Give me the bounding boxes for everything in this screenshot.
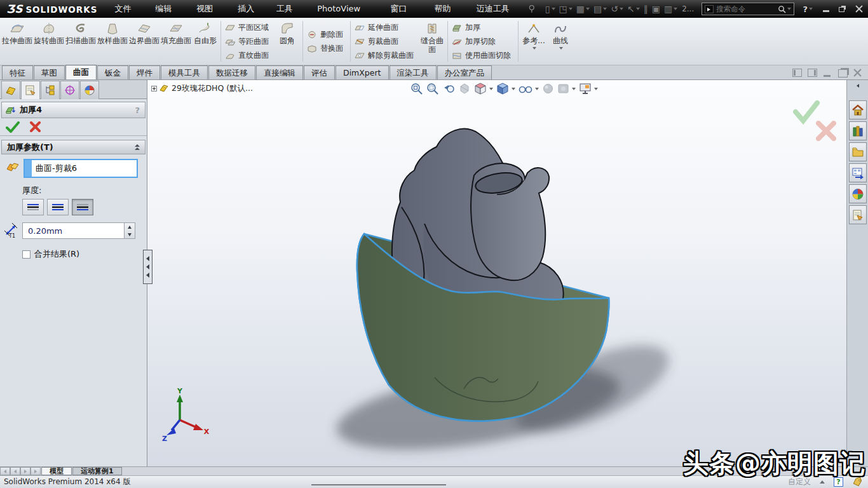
dimxpert-manager-tab[interactable]	[60, 81, 79, 99]
print-button[interactable]: ▤	[592, 4, 609, 14]
view-orientation-button[interactable]	[474, 83, 493, 95]
tab-direct-editing[interactable]: 直接编辑	[256, 65, 303, 79]
appearances-scenes-button[interactable]	[849, 184, 867, 203]
menu-maidi-tools[interactable]: 迈迪工具集	[470, 0, 524, 18]
feature-tree-root-row[interactable]: 29玫瑰花DHQ (默认...	[151, 83, 253, 94]
trim-surface-button[interactable]: 剪裁曲面	[353, 34, 419, 48]
thickness-input[interactable]	[22, 222, 124, 239]
thicken-side2-option[interactable]	[72, 199, 93, 215]
thicken-button[interactable]: 加厚	[450, 20, 516, 34]
curves-button[interactable]: 曲线	[547, 19, 574, 64]
menu-photoview360[interactable]: PhotoView 360	[310, 0, 383, 18]
configuration-manager-tab[interactable]	[41, 81, 60, 99]
spinner-down-button[interactable]	[125, 231, 135, 238]
untrim-surface-button[interactable]: 解除剪裁曲面	[353, 48, 419, 62]
thicken-side1-option[interactable]	[22, 199, 44, 215]
ok-button[interactable]	[6, 121, 20, 133]
menu-help[interactable]: 帮助(H)	[428, 0, 470, 18]
task-pane-collapse-icon[interactable]	[857, 84, 859, 88]
search-dropdown-icon[interactable]	[787, 8, 791, 10]
document-minimize-button[interactable]	[823, 69, 832, 77]
revolve-surface-button[interactable]: 旋转曲面	[33, 19, 65, 64]
pin-menu-icon[interactable]	[527, 4, 537, 14]
tab-prev-button[interactable]	[10, 467, 20, 475]
confirm-ok-button[interactable]	[796, 103, 817, 121]
extrude-surface-button[interactable]: 拉伸曲面	[1, 19, 33, 64]
custom-properties-button[interactable]	[849, 205, 867, 224]
save-button[interactable]: ▦	[574, 4, 592, 14]
zoom-fit-button[interactable]	[410, 83, 423, 95]
menu-file[interactable]: 文件(F)	[107, 0, 148, 18]
property-manager-tab[interactable]	[21, 81, 40, 99]
confirm-cancel-button[interactable]	[818, 123, 834, 139]
menu-edit[interactable]: 编辑(E)	[148, 0, 189, 18]
boundary-surface-button[interactable]: 边界曲面	[128, 19, 160, 64]
motion-study-tab[interactable]: 运动算例1	[72, 467, 122, 475]
menu-window[interactable]: 窗口(W)	[383, 0, 427, 18]
rose-model[interactable]: Y X Z	[147, 80, 846, 466]
options-button[interactable]: ▥	[662, 4, 679, 14]
undo-button[interactable]: ↺	[609, 4, 625, 14]
thicken-parameters-header[interactable]: 加厚参数(T)	[1, 140, 146, 154]
property-help-button[interactable]: ?	[135, 105, 142, 115]
graphics-viewport[interactable]: Y X Z 29玫瑰花DHQ (默认...	[147, 80, 846, 466]
previous-view-button[interactable]	[442, 83, 455, 95]
new-document-button[interactable]: ▯	[543, 4, 557, 14]
toggle-right-pane-button[interactable]	[808, 69, 817, 77]
tab-next-button[interactable]	[20, 467, 31, 475]
apply-scene-button[interactable]	[557, 83, 576, 95]
search-input[interactable]	[716, 4, 778, 13]
tab-mold-tools[interactable]: 模具工具	[161, 65, 208, 79]
filled-surface-button[interactable]: 填充曲面	[160, 19, 192, 64]
search-scope-icon[interactable]	[705, 5, 714, 13]
dropdown-caret-icon[interactable]	[489, 88, 493, 90]
help-button[interactable]: ?	[799, 4, 816, 14]
restore-button[interactable]	[837, 4, 848, 13]
tab-last-button[interactable]	[31, 467, 41, 475]
tab-features[interactable]: 特征	[2, 65, 33, 79]
menu-tools[interactable]: 工具(T)	[269, 0, 310, 18]
view-settings-button[interactable]	[579, 83, 598, 95]
menu-view[interactable]: 视图(V)	[189, 0, 231, 18]
close-button[interactable]	[854, 4, 864, 13]
solidworks-resources-button[interactable]	[849, 100, 867, 119]
tab-dimxpert[interactable]: DimXpert	[336, 65, 389, 79]
cut-with-surface-button[interactable]: 使用曲面切除	[450, 48, 516, 62]
tab-weldments[interactable]: 焊件	[129, 65, 160, 79]
toolbar-overflow-label[interactable]: 2...	[682, 4, 694, 13]
properties-button[interactable]: ▣	[650, 4, 662, 14]
thickened-cut-button[interactable]: 加厚切除	[450, 34, 516, 48]
planar-surface-button[interactable]: 平面区域	[223, 20, 274, 34]
thicken-both-sides-option[interactable]	[47, 199, 69, 215]
tab-data-migration[interactable]: 数据迁移	[208, 65, 255, 79]
selected-surface-item[interactable]: 曲面-剪裁6	[32, 160, 137, 177]
display-manager-tab[interactable]	[80, 81, 99, 99]
design-library-button[interactable]	[849, 121, 867, 140]
freeform-button[interactable]: 自由形	[192, 19, 219, 64]
tab-render-tools[interactable]: 渲染工具	[390, 65, 437, 79]
edit-appearance-button[interactable]	[542, 83, 554, 95]
document-close-button[interactable]	[853, 69, 862, 77]
tree-expand-icon[interactable]	[151, 86, 157, 92]
minimize-button[interactable]	[821, 4, 831, 13]
ruled-surface-button[interactable]: 直纹曲面	[223, 48, 274, 62]
dropdown-caret-icon[interactable]	[572, 88, 576, 90]
swept-surface-button[interactable]: 扫描曲面	[65, 19, 97, 64]
tab-sketch[interactable]: 草图	[34, 65, 65, 79]
extend-surface-button[interactable]: 延伸曲面	[353, 20, 419, 34]
display-style-button[interactable]	[496, 83, 515, 95]
view-palette-button[interactable]	[849, 163, 867, 182]
knit-surface-button[interactable]: 缝合曲面	[419, 19, 445, 64]
search-icon[interactable]	[778, 5, 786, 13]
document-restore-button[interactable]	[838, 69, 848, 78]
tab-surfaces[interactable]: 曲面	[65, 65, 97, 79]
model-tab[interactable]: 模型	[41, 467, 72, 475]
delete-face-button[interactable]: 删除面	[305, 27, 348, 41]
file-explorer-button[interactable]	[849, 142, 867, 161]
reference-geometry-button[interactable]: 参考...	[520, 19, 547, 64]
menu-insert[interactable]: 插入(I)	[231, 0, 269, 18]
tab-first-button[interactable]	[0, 467, 10, 475]
cancel-button[interactable]	[30, 121, 41, 132]
offset-surface-button[interactable]: 等距曲面	[223, 34, 274, 48]
merge-result-checkbox[interactable]	[22, 250, 31, 259]
